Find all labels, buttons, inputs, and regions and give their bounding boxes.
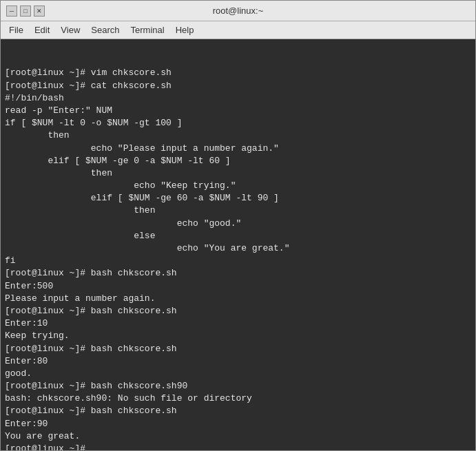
menu-item-view[interactable]: View: [55, 23, 85, 36]
terminal-line: #!/bin/bash: [5, 92, 471, 105]
menu-item-search[interactable]: Search: [85, 23, 125, 36]
terminal-body[interactable]: [root@linux ~]# vim chkscore.sh[root@lin…: [1, 39, 475, 450]
maximize-button[interactable]: □: [20, 6, 31, 17]
terminal-line: echo "Please input a number again.": [5, 143, 471, 155]
terminal-window: ─ □ ✕ root@linux:~ FileEditViewSearchTer…: [0, 0, 476, 451]
terminal-line: Enter:90: [5, 418, 471, 430]
terminal-line: [root@linux ~]# bash chkscore.sh: [5, 267, 471, 280]
menu-item-file[interactable]: File: [3, 23, 29, 36]
terminal-line: if [ $NUM -lt 0 -o $NUM -gt 100 ]: [5, 117, 471, 129]
terminal-line: [root@linux ~]# vim chkscore.sh: [5, 67, 471, 79]
terminal-line: good.: [5, 368, 471, 380]
terminal-line: else: [5, 230, 471, 242]
terminal-line: echo "good.": [5, 218, 471, 230]
terminal-line: fi: [5, 255, 471, 267]
terminal-line: then: [5, 167, 471, 180]
terminal-line: [root@linux ~]# bash chkscore.sh: [5, 343, 471, 355]
terminal-line: Keep trying.: [5, 330, 471, 342]
menubar: FileEditViewSearchTerminalHelp: [1, 21, 475, 39]
terminal-line: Enter:80: [5, 355, 471, 368]
terminal-line: [root@linux ~]#: [5, 443, 471, 450]
terminal-line: elif [ $NUM -ge 0 -a $NUM -lt 60 ]: [5, 155, 471, 167]
terminal-line: [root@linux ~]# bash chkscore.sh: [5, 405, 471, 417]
terminal-line: Please input a number again.: [5, 293, 471, 305]
terminal-line: echo "You are great.": [5, 242, 471, 255]
terminal-line: elif [ $NUM -ge 60 -a $NUM -lt 90 ]: [5, 192, 471, 204]
window-title: root@linux:~: [45, 6, 431, 16]
terminal-line: [root@linux ~]# cat chkscore.sh: [5, 80, 471, 92]
menu-item-terminal[interactable]: Terminal: [125, 23, 170, 36]
menu-item-help[interactable]: Help: [170, 23, 200, 36]
terminal-line: read -p "Enter:" NUM: [5, 105, 471, 117]
terminal-line: then: [5, 129, 471, 142]
terminal-line: then: [5, 204, 471, 217]
terminal-line: [root@linux ~]# bash chkscore.sh: [5, 305, 471, 317]
terminal-line: bash: chkscore.sh90: No such file or dir…: [5, 392, 471, 405]
titlebar: ─ □ ✕ root@linux:~: [1, 1, 475, 21]
terminal-line: You are great.: [5, 430, 471, 443]
menu-item-edit[interactable]: Edit: [29, 23, 55, 36]
minimize-button[interactable]: ─: [6, 6, 17, 17]
terminal-line: Enter:500: [5, 280, 471, 293]
terminal-line: [root@linux ~]# bash chkscore.sh90: [5, 380, 471, 392]
terminal-line: echo "Keep trying.": [5, 180, 471, 192]
window-controls[interactable]: ─ □ ✕: [6, 6, 45, 17]
close-button[interactable]: ✕: [34, 6, 45, 17]
terminal-line: Enter:10: [5, 317, 471, 330]
